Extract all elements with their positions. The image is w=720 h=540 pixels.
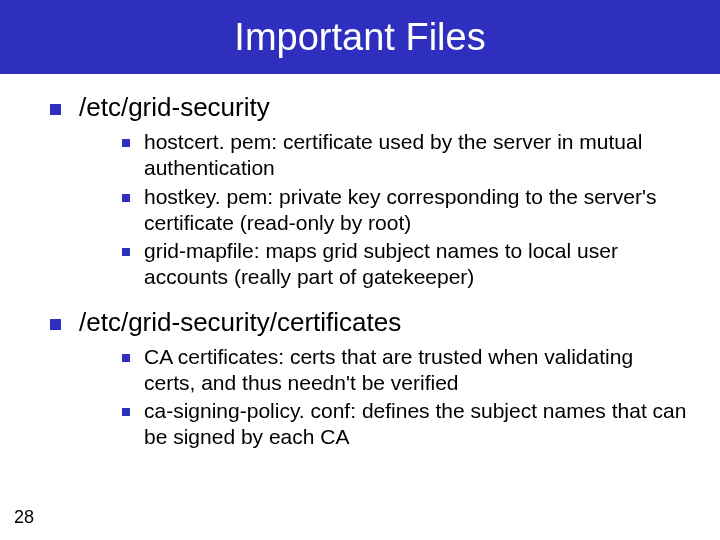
list-item: ca-signing-policy. conf: defines the sub… [122,398,690,451]
section-heading-text: /etc/grid-security [79,92,270,123]
list-item-text: CA certificates: certs that are trusted … [144,344,690,397]
bullet-icon [122,194,130,202]
bullet-icon [122,408,130,416]
slide-title: Important Files [234,16,485,59]
sub-list: CA certificates: certs that are trusted … [122,344,690,451]
list-item-text: ca-signing-policy. conf: defines the sub… [144,398,690,451]
list-item: grid-mapfile: maps grid subject names to… [122,238,690,291]
section-heading-text: /etc/grid-security/certificates [79,307,401,338]
section-heading: /etc/grid-security [50,92,690,123]
bullet-icon [122,354,130,362]
list-item: hostkey. pem: private key corresponding … [122,184,690,237]
slide-title-bar: Important Files [0,0,720,74]
list-item: hostcert. pem: certificate used by the s… [122,129,690,182]
bullet-icon [122,139,130,147]
list-item-text: hostcert. pem: certificate used by the s… [144,129,690,182]
slide-content: /etc/grid-security hostcert. pem: certif… [0,74,720,451]
bullet-icon [50,319,61,330]
bullet-icon [50,104,61,115]
list-item: CA certificates: certs that are trusted … [122,344,690,397]
sub-list: hostcert. pem: certificate used by the s… [122,129,690,291]
page-number: 28 [14,507,34,528]
section-heading: /etc/grid-security/certificates [50,307,690,338]
bullet-icon [122,248,130,256]
list-item-text: hostkey. pem: private key corresponding … [144,184,690,237]
list-item-text: grid-mapfile: maps grid subject names to… [144,238,690,291]
